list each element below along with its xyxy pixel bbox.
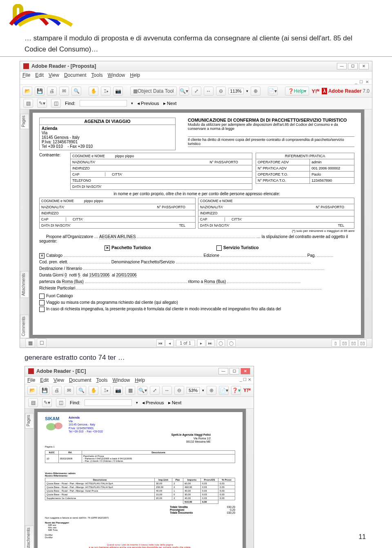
save-button[interactable]: 💾 bbox=[40, 386, 49, 395]
find-next[interactable]: ▸ Next bbox=[168, 400, 182, 405]
menu-window[interactable]: Window bbox=[108, 72, 125, 78]
page-view-icon[interactable]: ▦ bbox=[25, 339, 35, 348]
layout-single-button[interactable]: ▯ bbox=[332, 339, 340, 347]
save-button[interactable]: 💾 bbox=[35, 87, 45, 96]
find-previous[interactable]: ◂ Previous bbox=[142, 400, 164, 405]
page-fit-icon[interactable]: ☐ bbox=[37, 339, 47, 348]
menu-help[interactable]: Help bbox=[135, 377, 145, 383]
close-button[interactable]: ✕ bbox=[241, 368, 250, 374]
help-button[interactable]: ❓▾ bbox=[231, 386, 241, 395]
tab-attachments[interactable]: Attachments bbox=[25, 526, 34, 548]
search-button[interactable]: 🔍 bbox=[76, 386, 86, 395]
tab-comments[interactable]: Comments bbox=[20, 314, 29, 338]
menu-window[interactable]: Window bbox=[113, 377, 130, 383]
page-number: 11 bbox=[359, 533, 366, 541]
field-label: DATA DI NASCITA' bbox=[41, 223, 90, 227]
checkbox-servizio[interactable] bbox=[216, 245, 222, 251]
search-button[interactable]: 🔍 bbox=[71, 87, 81, 96]
fit-width-button[interactable]: ↔ bbox=[162, 386, 172, 395]
object-data-tool[interactable]: ▦ bbox=[125, 386, 135, 395]
select-tool[interactable]: 𝙸▸ bbox=[101, 386, 111, 395]
scrollbar[interactable] bbox=[246, 409, 254, 548]
checkbox-catalogo[interactable]: ✕ bbox=[39, 253, 45, 258]
fit-width-button[interactable]: ↔ bbox=[204, 87, 214, 96]
first-page-button[interactable]: ⏮ bbox=[156, 339, 165, 347]
layout-continuous-facing-button[interactable]: ▯▯ bbox=[359, 339, 367, 347]
maximize-button[interactable]: ☐ bbox=[348, 63, 358, 69]
sign-button[interactable]: ✎▾ bbox=[42, 398, 52, 407]
select-tool[interactable]: 𝙸▸ bbox=[101, 87, 111, 96]
find-input[interactable] bbox=[85, 399, 132, 406]
zoom-tool[interactable]: 🔍▾ bbox=[179, 87, 189, 96]
pdf-icon bbox=[23, 63, 29, 69]
find-input[interactable] bbox=[80, 100, 127, 107]
print-button[interactable]: 🖨 bbox=[52, 386, 62, 395]
zoom-out-button[interactable]: ⊖ bbox=[174, 386, 184, 395]
col-unit: Imp.Unit bbox=[155, 478, 172, 481]
nav-fwd-button[interactable]: ◯ bbox=[227, 339, 236, 347]
last-page-button[interactable]: ⏭ bbox=[206, 339, 214, 347]
zoom-tool[interactable]: 🔍▾ bbox=[138, 386, 147, 395]
attach-button[interactable]: ◫ bbox=[56, 398, 66, 407]
find-previous[interactable]: ◂ Previous bbox=[137, 100, 159, 106]
prev-page-button[interactable]: ◂ bbox=[165, 339, 174, 347]
checkbox-impegnativa[interactable] bbox=[39, 307, 45, 312]
maximize-button[interactable]: ☐ bbox=[229, 368, 239, 374]
attach-button[interactable]: ◫ bbox=[51, 99, 61, 108]
menu-help[interactable]: Help bbox=[130, 72, 140, 78]
fit-page-button[interactable]: ⤢ bbox=[150, 386, 160, 395]
checkbox-viaggio-misura[interactable] bbox=[39, 300, 45, 305]
object-data-tool[interactable]: ▦ Object Data Tool bbox=[130, 87, 177, 96]
layout-continuous-button[interactable]: ▯▯ bbox=[341, 339, 349, 347]
minimize-button[interactable]: — bbox=[218, 368, 228, 374]
menu-edit[interactable]: Edit bbox=[35, 72, 44, 78]
close-button[interactable]: ✕ bbox=[359, 63, 369, 69]
al-label: al bbox=[112, 273, 115, 277]
menu-document[interactable]: Document bbox=[64, 72, 87, 78]
print-button[interactable]: 🖨 bbox=[47, 87, 57, 96]
snapshot-tool[interactable]: 📷 bbox=[113, 386, 123, 395]
email-button[interactable]: ✉ bbox=[59, 87, 69, 96]
zoom-level[interactable]: 113% bbox=[228, 88, 244, 94]
checkbox-pacchetto[interactable]: ✕ bbox=[105, 245, 110, 251]
tot-provv-label: Provvigioni bbox=[170, 508, 226, 511]
zoom-out-button[interactable]: ⊖ bbox=[216, 87, 226, 96]
tab-pages[interactable]: Pages bbox=[20, 114, 29, 129]
open-button[interactable]: 📂 bbox=[22, 87, 32, 96]
propone-text: Propone all'Organizzatore … bbox=[46, 234, 98, 239]
email-button[interactable]: ✉ bbox=[64, 386, 74, 395]
pages-toggle[interactable]: 📄▾ bbox=[268, 87, 278, 96]
cell: 2 bbox=[172, 481, 183, 485]
nav-back-button[interactable]: ◯ bbox=[217, 339, 225, 347]
organize-button[interactable]: ▤ bbox=[23, 99, 33, 108]
zoom-in-button[interactable]: ⊕ bbox=[251, 87, 261, 96]
snapshot-tool[interactable]: 📷 bbox=[113, 87, 123, 96]
layout-facing-button[interactable]: ▯▯ bbox=[350, 339, 358, 347]
next-page-button[interactable]: ▸ bbox=[197, 339, 205, 347]
menu-edit[interactable]: Edit bbox=[40, 377, 49, 383]
menu-tools[interactable]: Tools bbox=[91, 72, 103, 78]
scrollbar[interactable] bbox=[364, 109, 372, 338]
organize-button[interactable]: ▤ bbox=[28, 398, 38, 407]
find-next[interactable]: ▸ Next bbox=[163, 100, 177, 106]
menu-document[interactable]: Document bbox=[69, 377, 91, 383]
zoom-level-2[interactable]: 53% bbox=[187, 387, 200, 394]
fit-page-button[interactable]: ⤢ bbox=[192, 87, 201, 96]
tab-attachments[interactable]: Attachments bbox=[20, 271, 29, 298]
checkbox-fuori-catalogo[interactable] bbox=[39, 294, 45, 299]
help-button[interactable]: ❓ Help ▾ bbox=[285, 87, 310, 96]
pages-toggle[interactable]: 📄▾ bbox=[219, 386, 229, 395]
minimize-button[interactable]: — bbox=[337, 63, 347, 69]
sign-button[interactable]: ✎▾ bbox=[37, 99, 47, 108]
menu-file[interactable]: File bbox=[22, 72, 30, 78]
hand-tool[interactable]: ✋ bbox=[89, 386, 98, 395]
menu-view[interactable]: View bbox=[53, 377, 64, 383]
menu-view[interactable]: View bbox=[49, 72, 59, 78]
zoom-in-button[interactable]: ⊕ bbox=[207, 386, 216, 395]
hand-tool[interactable]: ✋ bbox=[89, 87, 98, 96]
menu-tools[interactable]: Tools bbox=[96, 377, 108, 383]
tab-pages[interactable]: Pages bbox=[25, 413, 34, 428]
open-button[interactable]: 📂 bbox=[27, 386, 37, 395]
field-label: INDIRIZZO bbox=[72, 166, 90, 170]
menu-file[interactable]: File bbox=[27, 377, 35, 383]
